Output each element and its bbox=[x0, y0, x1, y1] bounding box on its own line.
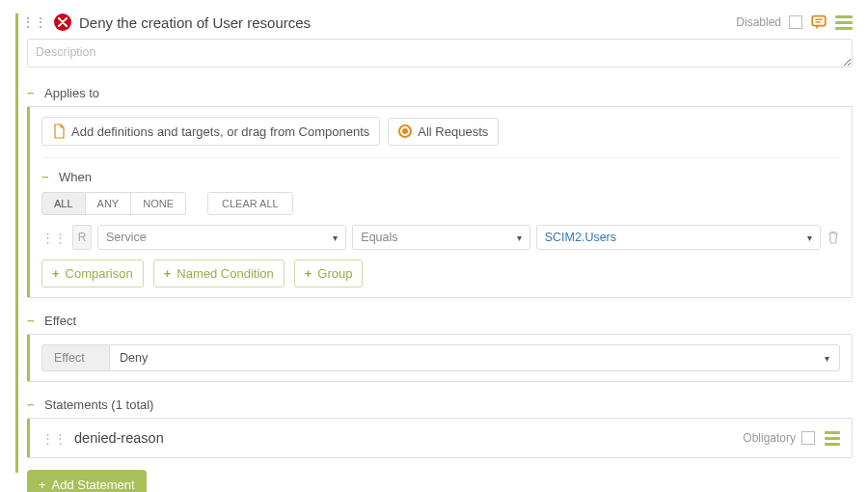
condition-row: ⋮⋮ R Service ▾ Equals ▾ SCIM2.Users ▾ bbox=[41, 225, 840, 250]
condition-type-badge[interactable]: R bbox=[72, 225, 92, 250]
drag-handle-icon[interactable]: ⋮⋮ bbox=[21, 14, 46, 30]
segment-any[interactable]: ANY bbox=[86, 192, 132, 215]
statement-row: ⋮⋮ denied-reason Obligatory bbox=[27, 418, 853, 458]
deny-icon bbox=[54, 14, 71, 31]
effect-label: Effect bbox=[41, 344, 109, 371]
collapse-icon[interactable]: − bbox=[27, 397, 37, 412]
target-file-icon bbox=[52, 123, 66, 139]
effect-heading: − Effect bbox=[27, 314, 853, 328]
rule-accent-rail bbox=[15, 14, 18, 473]
disabled-label: Disabled bbox=[736, 15, 781, 29]
btn-label: Group bbox=[317, 266, 352, 281]
description-input[interactable] bbox=[27, 39, 853, 68]
delete-condition-button[interactable] bbox=[827, 231, 840, 245]
disabled-checkbox[interactable] bbox=[789, 15, 802, 29]
section-title: When bbox=[59, 170, 92, 184]
operator-select[interactable]: Equals ▾ bbox=[352, 225, 529, 250]
plus-icon: + bbox=[39, 478, 46, 492]
add-targets-button[interactable]: Add definitions and targets, or drag fro… bbox=[41, 117, 380, 146]
add-targets-label: Add definitions and targets, or drag fro… bbox=[71, 124, 369, 139]
segment-all[interactable]: ALL bbox=[41, 192, 86, 215]
collapse-icon[interactable]: − bbox=[41, 170, 51, 184]
all-requests-label: All Requests bbox=[418, 124, 488, 139]
applies-to-heading: − Applies to bbox=[27, 86, 853, 100]
effect-panel: Effect Deny ▾ bbox=[27, 334, 853, 382]
attribute-value: Service bbox=[106, 231, 147, 244]
collapse-icon[interactable]: − bbox=[27, 314, 37, 328]
chevron-down-icon: ▾ bbox=[807, 232, 812, 243]
when-heading: − When bbox=[41, 170, 840, 184]
divider bbox=[41, 157, 840, 158]
chevron-down-icon: ▾ bbox=[333, 232, 338, 243]
applies-to-panel: Add definitions and targets, or drag fro… bbox=[27, 106, 853, 298]
btn-label: Named Condition bbox=[176, 266, 273, 281]
collapse-icon[interactable]: − bbox=[27, 86, 37, 100]
statement-name: denied-reason bbox=[74, 430, 164, 446]
btn-label: Add Statement bbox=[52, 478, 135, 492]
attribute-select[interactable]: Service ▾ bbox=[97, 225, 346, 250]
comment-icon[interactable] bbox=[810, 14, 827, 31]
section-title: Effect bbox=[44, 314, 76, 328]
effect-select[interactable]: Deny ▾ bbox=[109, 344, 840, 371]
add-comparison-button[interactable]: +Comparison bbox=[41, 260, 144, 287]
add-named-condition-button[interactable]: +Named Condition bbox=[153, 260, 285, 287]
value-select[interactable]: SCIM2.Users ▾ bbox=[536, 225, 821, 250]
svg-rect-0 bbox=[812, 16, 826, 26]
obligatory-checkbox[interactable] bbox=[801, 431, 815, 445]
obligatory-label: Obligatory bbox=[743, 431, 796, 445]
chevron-down-icon: ▾ bbox=[517, 232, 522, 243]
radio-dot-icon bbox=[398, 124, 412, 138]
effect-value: Deny bbox=[120, 351, 148, 365]
clear-all-button[interactable]: CLEAR ALL bbox=[207, 192, 293, 215]
section-title: Statements (1 total) bbox=[44, 397, 153, 412]
match-mode-group: ALL ANY NONE bbox=[41, 192, 186, 215]
add-group-button[interactable]: +Group bbox=[294, 260, 364, 287]
btn-label: Comparison bbox=[66, 266, 133, 281]
rule-header: ⋮⋮ Deny the creation of User resources D… bbox=[21, 14, 853, 31]
statements-heading: − Statements (1 total) bbox=[27, 397, 853, 412]
section-title: Applies to bbox=[44, 86, 99, 100]
operator-value: Equals bbox=[361, 231, 397, 244]
rule-menu-icon[interactable] bbox=[835, 15, 853, 30]
condition-value: SCIM2.Users bbox=[545, 231, 616, 244]
segment-none[interactable]: NONE bbox=[131, 192, 186, 215]
statement-menu-icon[interactable] bbox=[825, 431, 840, 446]
all-requests-button[interactable]: All Requests bbox=[388, 118, 499, 146]
chevron-down-icon: ▾ bbox=[825, 353, 829, 364]
drag-handle-icon[interactable]: ⋮⋮ bbox=[41, 431, 67, 446]
add-statement-button[interactable]: + Add Statement bbox=[27, 470, 147, 492]
rule-title: Deny the creation of User resources bbox=[79, 14, 311, 31]
drag-handle-icon[interactable]: ⋮⋮ bbox=[41, 231, 67, 245]
